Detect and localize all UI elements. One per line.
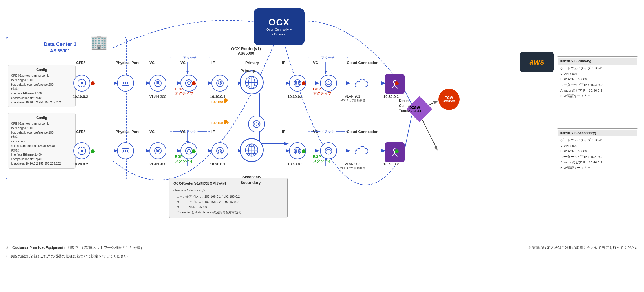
vlan-secondary: VLAN 400 <box>149 162 166 166</box>
header-vc-right-secondary: VC <box>313 130 318 134</box>
header-cpe-secondary: CPE* <box>76 130 85 134</box>
cloud-secondary-node <box>350 143 369 157</box>
dxgw-label: DXGW AS64514 <box>408 106 421 113</box>
primary-router-node <box>240 70 264 94</box>
ocx-vc-middle-node <box>248 116 265 132</box>
header-if-primary: IF <box>211 61 215 65</box>
note-3: ※ 実際の設定方法はご利用の環境に合わせて設定を行ってください <box>527 245 638 250</box>
svg-point-75 <box>221 151 222 153</box>
ip-primary-if-left: 10.10.0.1 <box>210 94 225 99</box>
ocx-vc-middle-icon <box>252 119 262 129</box>
svg-point-73 <box>221 149 222 151</box>
header-physical-primary: Physical Port <box>116 61 139 65</box>
ip-secondary-dc-right: 10.40.0.2 <box>383 162 399 166</box>
dot-if-primary-red <box>192 81 196 85</box>
attach-label-top-left: ←──── アタッチ ────→ <box>169 56 211 60</box>
datacenter-box <box>6 37 127 180</box>
svg-point-71 <box>217 147 223 154</box>
dot-if-right-secondary-green <box>302 149 306 153</box>
bgp-secondary-right-label: BGPスタンバイ <box>313 154 331 164</box>
ip-primary-cpe: 10.10.0.2 <box>73 94 88 99</box>
vci-primary-icon <box>153 78 163 88</box>
svg-rect-38 <box>123 82 124 84</box>
if-primary-left-icon <box>215 78 225 88</box>
ocx-logo-sub: Open ConnectivityeXchange <box>266 28 292 36</box>
svg-point-81 <box>295 149 297 151</box>
dot-cpe-secondary-green <box>91 149 95 153</box>
header-vci-secondary: VCI <box>149 130 156 134</box>
aws-logo: aws <box>520 52 554 72</box>
secondary-label: Secondary <box>241 180 261 185</box>
svg-rect-69 <box>127 150 128 152</box>
svg-point-72 <box>218 149 219 151</box>
vif-secondary-box: Transit VIF(Secondary) ゲートウェイタイプ：TGW VLA… <box>557 128 638 173</box>
svg-line-59 <box>395 85 398 88</box>
svg-point-42 <box>217 80 223 87</box>
ocx-logo-main: OCX <box>268 17 290 28</box>
dot-dc-secondary-green <box>395 149 399 153</box>
if-primary-right-icon <box>292 78 303 88</box>
svg-point-41 <box>155 80 161 87</box>
ip-secondary-if-right: 10.40.0.1 <box>288 162 303 166</box>
secondary-router-icon <box>244 142 259 158</box>
cloud-primary-node <box>350 76 369 90</box>
dot-if-right-primary-red <box>302 81 306 85</box>
svg-point-43 <box>218 81 219 83</box>
dot-dc-primary-red <box>395 81 399 85</box>
physical-port-primary-icon <box>120 78 131 88</box>
header-if-secondary: IF <box>211 130 215 134</box>
svg-line-87 <box>392 154 395 156</box>
svg-point-84 <box>298 151 300 153</box>
ocx-router-label: OCX-Router(v1) AS65000 <box>231 47 261 56</box>
note-2: ※ 実際の設定方法はご利用の機器の仕様に基づいて設定を行ってください <box>6 254 128 259</box>
header-primary: Primary <box>245 61 259 65</box>
svg-point-53 <box>298 81 300 83</box>
bgp-primary-left-label: BGPアクティブ <box>175 87 193 96</box>
vif-primary-box: Transit VIF(Primary) ゲートウェイタイプ：TGW VLAN：… <box>557 56 638 101</box>
vci-secondary-icon <box>153 146 163 156</box>
vci-primary-node <box>149 75 166 92</box>
if-secondary-left-icon <box>215 146 225 156</box>
svg-point-32 <box>81 82 83 84</box>
dot-vc-secondary-green <box>192 149 196 153</box>
secondary-router-node <box>240 138 264 162</box>
vlan-right-secondary: VLAN 902※OCXにて自動割当 <box>340 162 365 170</box>
attach-label-bottom-left: ←──── アタッチ ────→ <box>169 129 211 134</box>
vlan-primary: VLAN 300 <box>149 94 166 99</box>
svg-rect-40 <box>127 82 128 84</box>
ip-secondary-if-left: 10.20.0.1 <box>210 162 225 166</box>
attach-label-top-right: ←──── アタッチ ────→ <box>307 56 349 60</box>
dot-cpe-primary-red <box>91 81 95 85</box>
physical-port-primary-node <box>117 75 134 92</box>
svg-line-58 <box>392 85 395 88</box>
svg-point-55 <box>298 84 300 85</box>
ip-primary-dc-right: 10.30.0.2 <box>383 94 399 99</box>
svg-point-45 <box>218 84 219 85</box>
svg-point-82 <box>298 149 300 151</box>
vci-secondary-node <box>149 142 166 159</box>
ip-primary-if-right: 10.30.0.1 <box>288 94 303 99</box>
bgp-config-box: OCX-Router(v1)間のBGP設定例 <Primary / Second… <box>169 178 288 218</box>
primary-label: Primary <box>241 68 255 73</box>
header-vc-primary: VC <box>180 61 186 65</box>
main-container: OCX Open ConnectivityeXchange aws Data C… <box>0 0 644 292</box>
svg-point-61 <box>81 150 83 152</box>
ip-secondary-cpe: 10.20.0.2 <box>73 162 88 166</box>
dot-ocx-local-orange <box>224 98 228 102</box>
svg-point-83 <box>295 151 297 153</box>
note-1: ※「Customer Premises Equipment」の略で、顧客側ネット… <box>6 245 144 250</box>
header-if-right-secondary: IF <box>282 130 285 134</box>
svg-point-70 <box>155 147 161 154</box>
if-secondary-left-node <box>211 142 228 159</box>
svg-point-44 <box>221 81 222 83</box>
if-primary-left-node <box>211 75 228 92</box>
svg-point-46 <box>221 84 222 85</box>
svg-point-54 <box>295 84 297 85</box>
cloud-primary-icon <box>350 77 369 90</box>
svg-rect-68 <box>125 150 126 152</box>
header-vc-secondary: VC <box>180 130 186 134</box>
header-cpe-primary: CPE* <box>76 61 85 65</box>
svg-point-51 <box>294 80 301 87</box>
svg-rect-39 <box>125 82 126 84</box>
cpe-secondary-node <box>73 142 90 159</box>
